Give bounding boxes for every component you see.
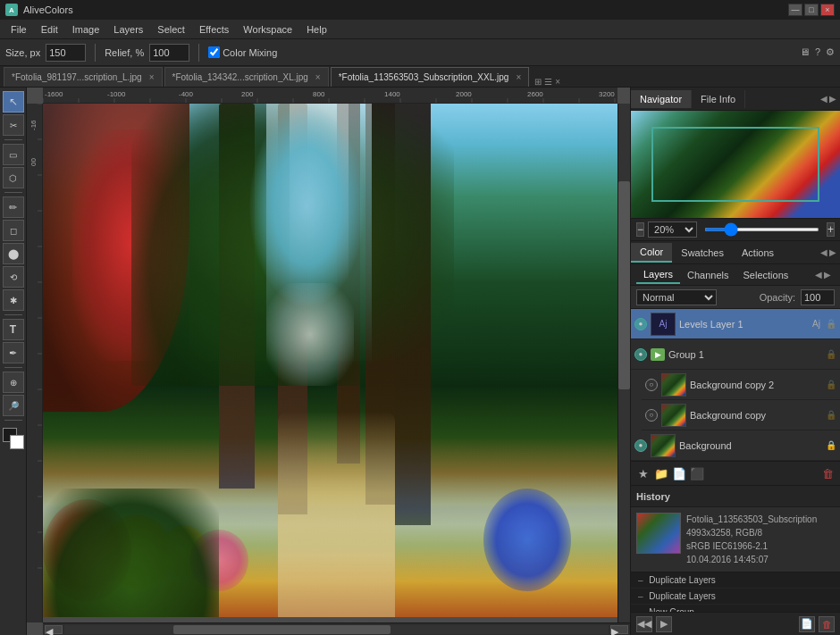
layer-item-group1[interactable]: ● ▶ Group 1 🔒 [631,339,840,370]
tab-swatches[interactable]: Swatches [672,244,733,262]
layer-eye-group1[interactable]: ● [634,348,647,361]
scrollbar-vertical[interactable] [617,104,630,622]
menu-select[interactable]: Select [150,22,192,37]
tab-icon-2[interactable]: ☰ [544,77,552,87]
layer-item-bgcopy2[interactable]: ○ Background copy 2 🔒 [642,370,840,400]
tab-0[interactable]: *Fotolia_981197...scription_L.jpg × [4,67,163,87]
scroll-left-btn[interactable]: ◀ [45,625,63,634]
zoom-out-btn[interactable]: − [636,222,644,237]
tool-pen[interactable]: ✒ [3,342,24,363]
history-nav-prev[interactable]: ▶ [656,616,672,632]
panel-arrow-left[interactable]: ◀ [820,94,827,104]
menu-workspace[interactable]: Workspace [236,22,299,37]
tool-rect[interactable]: ▭ [3,144,24,165]
toolbar-icon-settings[interactable]: ⚙ [826,46,835,58]
scroll-right-btn[interactable]: ▶ [610,625,628,634]
scroll-thumb-h[interactable] [173,625,391,634]
layer-add-btn[interactable]: 📄 [670,464,688,482]
window-controls[interactable]: — □ × [788,4,835,16]
minimize-button[interactable]: — [788,4,802,16]
tool-zoom[interactable]: 🔎 [3,395,24,416]
layers-panel-arrow-right[interactable]: ▶ [824,270,831,280]
tab-layers[interactable]: Layers [636,266,680,284]
relief-input[interactable] [149,44,189,62]
blend-mode-select[interactable]: Normal Multiply Screen Overlay [636,289,717,305]
tab-navigator[interactable]: Navigator [631,90,692,108]
color-panel-arrow-left[interactable]: ◀ [820,247,827,257]
menu-edit[interactable]: Edit [34,22,65,37]
tab-actions[interactable]: Actions [733,244,783,262]
tab-icon-1[interactable]: ⊞ [534,77,542,87]
history-file-info: Fotolia_113563503_Subscription 4993x3258… [686,513,817,566]
menu-layers[interactable]: Layers [106,22,150,37]
tab-close-all[interactable]: × [555,77,560,87]
tool-fill[interactable]: ⬤ [3,243,24,264]
toolbar-icon-monitor[interactable]: 🖥 [800,46,810,58]
tab-channels[interactable]: Channels [680,267,735,283]
history-delete-btn[interactable]: 🗑 [819,616,835,632]
layers-panel-arrow-left[interactable]: ◀ [815,270,822,280]
tool-select[interactable]: ↖ [3,91,24,113]
tool-crop[interactable]: ✂ [3,114,24,136]
size-input[interactable] [46,44,86,62]
zoom-slider[interactable] [704,228,819,231]
menu-effects[interactable]: Effects [192,22,236,37]
scrollbar-horizontal[interactable]: ◀ ▶ [43,622,630,635]
layer-eye-bgcopy2[interactable]: ○ [645,379,658,391]
layer-delete-btn[interactable]: 🗑 [819,464,836,482]
opacity-input[interactable] [801,289,835,305]
history-item-2[interactable]: – New Group [631,605,840,612]
layers-header: Layers Channels Selections ◀ ▶ [631,264,840,286]
layer-new-fx-btn[interactable]: ★ [634,464,652,482]
layer-item-bgcopy[interactable]: ○ Background copy 🔒 [642,400,840,430]
toolbar-icon-help[interactable]: ? [815,46,820,58]
layer-item-bg[interactable]: ● Background 🔒 [631,430,840,461]
menu-file[interactable]: File [4,22,34,37]
svg-text:800: 800 [313,90,325,98]
history-item-0[interactable]: – Duplicate Layers [631,572,840,589]
history-nav-start[interactable]: ◀◀ [636,616,652,632]
svg-text:1400: 1400 [384,90,400,98]
tool-clone[interactable]: ⟲ [3,266,24,288]
zoom-in-btn[interactable]: + [827,222,835,237]
tab-color[interactable]: Color [631,243,672,263]
tab-1-close[interactable]: × [315,72,321,82]
layer-item-levels[interactable]: ● Aj Levels Layer 1 Aj 🔒 [631,309,840,339]
close-button[interactable]: × [820,4,835,16]
layer-eye-bgcopy[interactable]: ○ [645,409,658,422]
tool-heal[interactable]: ✱ [3,289,24,311]
scroll-thumb-v[interactable] [618,181,630,389]
color-mixing-checkbox[interactable] [208,46,220,58]
layer-lock-bg[interactable]: 🔒 [826,440,836,451]
layer-mask-btn[interactable]: ⬛ [688,464,706,482]
scroll-track-h[interactable] [64,625,609,634]
tool-lasso[interactable]: ⬡ [3,167,24,188]
svg-text:2000: 2000 [456,90,472,98]
tab-0-close[interactable]: × [149,72,155,82]
color-panel-arrow-right[interactable]: ▶ [829,247,836,257]
maximize-button[interactable]: □ [804,4,819,16]
tab-file-info[interactable]: File Info [692,90,745,108]
toolbar-sep2 [198,44,199,62]
tab-selections[interactable]: Selections [736,267,796,283]
history-new-btn[interactable]: 📄 [799,616,815,632]
layer-name-bgcopy2: Background copy 2 [690,380,822,390]
layer-folder-btn[interactable]: 📁 [652,464,670,482]
panel-arrow-right[interactable]: ▶ [829,94,836,104]
layer-eye-bg[interactable]: ● [634,439,647,452]
menu-image[interactable]: Image [65,22,107,37]
zoom-select[interactable]: 20% 25% 50% 100% [648,221,697,238]
tab-1[interactable]: *Fotolia_134342...scription_XL.jpg × [164,67,329,87]
menu-help[interactable]: Help [299,22,334,37]
tool-brush[interactable]: ✏ [3,196,24,218]
tab-2-close[interactable]: × [516,72,521,82]
nav-viewport-rect[interactable] [651,127,819,202]
tool-eraser[interactable]: ◻ [3,220,24,241]
history-item-1[interactable]: – Duplicate Layers [631,589,840,605]
layer-eye-levels[interactable]: ● [634,318,647,330]
tab-2[interactable]: *Fotolia_113563503_Subscription_XXL.jpg … [331,67,530,87]
canvas-image[interactable] [43,104,630,617]
tool-gradient[interactable]: ⊕ [3,372,24,393]
background-color[interactable] [10,435,24,449]
tool-text[interactable]: T [3,319,24,340]
